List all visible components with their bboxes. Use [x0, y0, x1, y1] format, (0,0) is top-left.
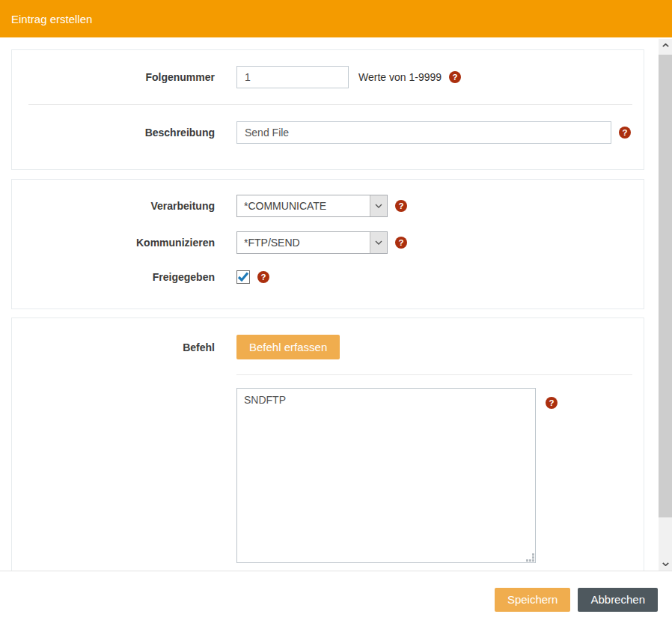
- scroll-up-button[interactable]: [659, 39, 672, 52]
- divider: [236, 374, 632, 375]
- help-icon[interactable]: ?: [257, 271, 269, 283]
- dialog-body: Folgenummer Werte von 1-9999 ? Beschreib…: [0, 37, 672, 571]
- folgenummer-hint: Werte von 1-9999: [358, 71, 442, 83]
- scrollbar-thumb[interactable]: [659, 55, 672, 517]
- kommunizieren-select[interactable]: *FTP/SEND: [236, 231, 388, 254]
- panel-processing: Verarbeitung *COMMUNICATE ? Kommuniziere…: [11, 179, 644, 309]
- freigegeben-label: Freigegeben: [12, 271, 215, 283]
- kommunizieren-selected-value: *FTP/SEND: [237, 232, 370, 253]
- beschreibung-input[interactable]: [236, 121, 611, 144]
- row-befehl: Befehl Befehl erfassen: [12, 335, 644, 359]
- row-freigegeben: Freigegeben ?: [12, 270, 644, 284]
- chevron-up-icon: [662, 43, 669, 47]
- beschreibung-label: Beschreibung: [12, 127, 215, 139]
- kommunizieren-label: Kommunizieren: [12, 237, 215, 249]
- abbrechen-button[interactable]: Abbrechen: [578, 588, 658, 612]
- row-kommunizieren: Kommunizieren *FTP/SEND ?: [12, 231, 644, 254]
- row-beschreibung: Beschreibung ?: [12, 121, 644, 144]
- chevron-down-icon: [370, 195, 387, 216]
- row-verarbeitung: Verarbeitung *COMMUNICATE ?: [12, 195, 644, 217]
- help-icon[interactable]: ?: [395, 237, 407, 249]
- dialog-title: Eintrag erstellen: [11, 13, 92, 25]
- row-befehl-text: SNDFTP ?: [12, 388, 644, 563]
- row-folgenummer: Folgenummer Werte von 1-9999 ?: [12, 66, 644, 88]
- dialog-footer: Speichern Abbrechen: [0, 571, 672, 623]
- panel-general: Folgenummer Werte von 1-9999 ? Beschreib…: [11, 49, 644, 170]
- chevron-down-icon: [370, 232, 387, 253]
- verarbeitung-selected-value: *COMMUNICATE: [237, 195, 370, 216]
- help-icon[interactable]: ?: [619, 127, 631, 139]
- scroll-down-button[interactable]: [659, 558, 672, 571]
- panel-command: Befehl Befehl erfassen SNDFTP: [11, 317, 644, 571]
- chevron-down-icon: [662, 562, 669, 566]
- befehl-erfassen-button[interactable]: Befehl erfassen: [236, 335, 340, 359]
- verarbeitung-label: Verarbeitung: [12, 200, 215, 212]
- befehl-textarea[interactable]: SNDFTP: [236, 388, 536, 563]
- help-icon[interactable]: ?: [449, 71, 461, 83]
- folgenummer-input[interactable]: [236, 66, 349, 88]
- divider: [28, 104, 632, 105]
- freigegeben-checkbox[interactable]: [236, 270, 250, 284]
- verarbeitung-select[interactable]: *COMMUNICATE: [236, 195, 388, 217]
- help-icon[interactable]: ?: [546, 397, 558, 409]
- speichern-button[interactable]: Speichern: [495, 588, 571, 612]
- dialog-header: Eintrag erstellen: [0, 0, 672, 37]
- folgenummer-label: Folgenummer: [12, 71, 215, 83]
- help-icon[interactable]: ?: [395, 200, 407, 212]
- vertical-scrollbar[interactable]: [659, 39, 672, 571]
- checkmark-icon: [237, 272, 249, 282]
- befehl-label: Befehl: [12, 341, 215, 353]
